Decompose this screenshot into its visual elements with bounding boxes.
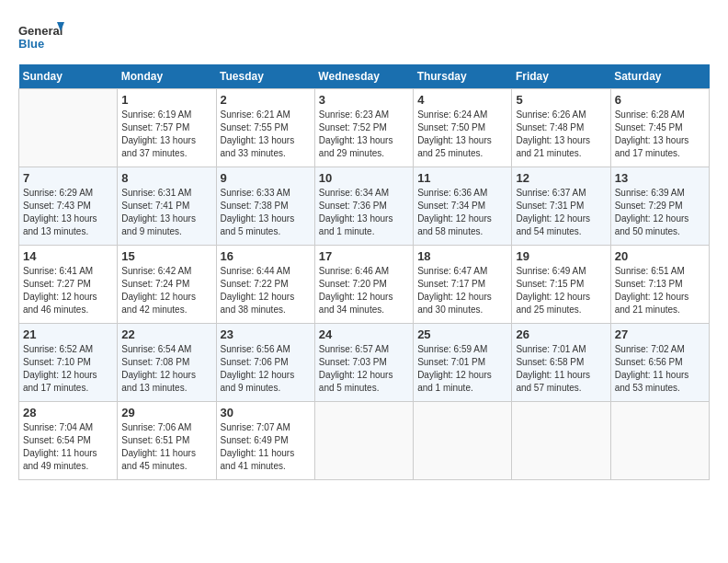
day-number: 26 [516, 327, 606, 341]
logo-svg: General Blue [18, 18, 64, 55]
calendar-cell: 4Sunrise: 6:24 AM Sunset: 7:50 PM Daylig… [414, 89, 512, 167]
calendar-table: SundayMondayTuesdayWednesdayThursdayFrid… [18, 64, 710, 480]
weekday-header-thursday: Thursday [414, 64, 512, 89]
calendar-cell: 14Sunrise: 6:41 AM Sunset: 7:27 PM Dayli… [19, 246, 118, 324]
day-info: Sunrise: 6:47 AM Sunset: 7:17 PM Dayligh… [417, 265, 507, 316]
calendar-cell [610, 402, 709, 480]
day-number: 1 [121, 93, 211, 107]
day-info: Sunrise: 6:24 AM Sunset: 7:50 PM Dayligh… [417, 109, 507, 160]
calendar-cell [414, 402, 512, 480]
day-info: Sunrise: 6:51 AM Sunset: 7:13 PM Dayligh… [615, 265, 705, 316]
weekday-header-sunday: Sunday [19, 64, 118, 89]
day-number: 5 [516, 93, 606, 107]
calendar-cell: 16Sunrise: 6:44 AM Sunset: 7:22 PM Dayli… [216, 246, 314, 324]
calendar-cell: 20Sunrise: 6:51 AM Sunset: 7:13 PM Dayli… [610, 246, 709, 324]
weekday-header-friday: Friday [512, 64, 610, 89]
day-number: 28 [23, 406, 113, 419]
day-info: Sunrise: 6:19 AM Sunset: 7:57 PM Dayligh… [121, 109, 211, 160]
calendar-cell [512, 402, 610, 480]
header: General Blue [18, 18, 710, 55]
calendar-cell: 29Sunrise: 7:06 AM Sunset: 6:51 PM Dayli… [118, 402, 216, 480]
day-number: 27 [615, 327, 705, 341]
calendar-cell: 11Sunrise: 6:36 AM Sunset: 7:34 PM Dayli… [414, 167, 512, 246]
weekday-header-saturday: Saturday [610, 64, 709, 89]
day-number: 19 [516, 249, 606, 263]
calendar-cell: 27Sunrise: 7:02 AM Sunset: 6:56 PM Dayli… [610, 324, 709, 402]
day-info: Sunrise: 6:57 AM Sunset: 7:03 PM Dayligh… [319, 343, 409, 395]
week-row-1: 1Sunrise: 6:19 AM Sunset: 7:57 PM Daylig… [19, 89, 710, 167]
calendar-cell: 24Sunrise: 6:57 AM Sunset: 7:03 PM Dayli… [314, 324, 413, 402]
day-number: 9 [221, 171, 311, 185]
day-info: Sunrise: 7:07 AM Sunset: 6:49 PM Dayligh… [221, 421, 311, 473]
calendar-cell: 30Sunrise: 7:07 AM Sunset: 6:49 PM Dayli… [216, 402, 314, 480]
day-info: Sunrise: 6:59 AM Sunset: 7:01 PM Dayligh… [417, 343, 507, 395]
calendar-cell: 26Sunrise: 7:01 AM Sunset: 6:58 PM Dayli… [512, 324, 610, 402]
day-info: Sunrise: 6:39 AM Sunset: 7:29 PM Dayligh… [615, 187, 705, 238]
week-row-5: 28Sunrise: 7:04 AM Sunset: 6:54 PM Dayli… [19, 402, 710, 480]
day-number: 15 [121, 249, 211, 263]
calendar-cell: 17Sunrise: 6:46 AM Sunset: 7:20 PM Dayli… [314, 246, 413, 324]
calendar-cell: 12Sunrise: 6:37 AM Sunset: 7:31 PM Dayli… [512, 167, 610, 246]
day-info: Sunrise: 6:46 AM Sunset: 7:20 PM Dayligh… [319, 265, 409, 316]
svg-text:Blue: Blue [18, 37, 44, 51]
calendar-cell: 3Sunrise: 6:23 AM Sunset: 7:52 PM Daylig… [314, 89, 413, 167]
calendar-cell: 13Sunrise: 6:39 AM Sunset: 7:29 PM Dayli… [610, 167, 709, 246]
weekday-header-row: SundayMondayTuesdayWednesdayThursdayFrid… [19, 64, 710, 89]
day-number: 14 [23, 249, 113, 263]
day-number: 8 [121, 171, 211, 185]
day-info: Sunrise: 6:34 AM Sunset: 7:36 PM Dayligh… [319, 187, 409, 238]
day-number: 2 [221, 93, 311, 107]
calendar-cell [314, 402, 413, 480]
weekday-header-tuesday: Tuesday [216, 64, 314, 89]
day-number: 3 [319, 93, 409, 107]
day-info: Sunrise: 6:37 AM Sunset: 7:31 PM Dayligh… [516, 187, 606, 238]
calendar-cell: 1Sunrise: 6:19 AM Sunset: 7:57 PM Daylig… [118, 89, 216, 167]
day-number: 18 [417, 249, 507, 263]
weekday-header-monday: Monday [118, 64, 216, 89]
calendar-cell: 28Sunrise: 7:04 AM Sunset: 6:54 PM Dayli… [19, 402, 118, 480]
calendar-cell: 10Sunrise: 6:34 AM Sunset: 7:36 PM Dayli… [314, 167, 413, 246]
day-number: 6 [615, 93, 705, 107]
week-row-2: 7Sunrise: 6:29 AM Sunset: 7:43 PM Daylig… [19, 167, 710, 246]
calendar-cell: 19Sunrise: 6:49 AM Sunset: 7:15 PM Dayli… [512, 246, 610, 324]
day-number: 23 [221, 327, 311, 341]
day-number: 20 [615, 249, 705, 263]
day-info: Sunrise: 6:21 AM Sunset: 7:55 PM Dayligh… [221, 109, 311, 160]
calendar-cell: 2Sunrise: 6:21 AM Sunset: 7:55 PM Daylig… [216, 89, 314, 167]
day-number: 22 [121, 327, 211, 341]
day-info: Sunrise: 6:31 AM Sunset: 7:41 PM Dayligh… [121, 187, 211, 238]
day-info: Sunrise: 6:23 AM Sunset: 7:52 PM Dayligh… [319, 109, 409, 160]
day-info: Sunrise: 6:49 AM Sunset: 7:15 PM Dayligh… [516, 265, 606, 316]
day-number: 21 [23, 327, 113, 341]
day-info: Sunrise: 7:04 AM Sunset: 6:54 PM Dayligh… [23, 421, 113, 473]
calendar-cell: 15Sunrise: 6:42 AM Sunset: 7:24 PM Dayli… [118, 246, 216, 324]
day-info: Sunrise: 7:01 AM Sunset: 6:58 PM Dayligh… [516, 343, 606, 395]
calendar-cell: 8Sunrise: 6:31 AM Sunset: 7:41 PM Daylig… [118, 167, 216, 246]
calendar-cell: 9Sunrise: 6:33 AM Sunset: 7:38 PM Daylig… [216, 167, 314, 246]
day-info: Sunrise: 6:26 AM Sunset: 7:48 PM Dayligh… [516, 109, 606, 160]
day-info: Sunrise: 6:56 AM Sunset: 7:06 PM Dayligh… [221, 343, 311, 395]
day-info: Sunrise: 6:42 AM Sunset: 7:24 PM Dayligh… [121, 265, 211, 316]
svg-text:General: General [18, 24, 63, 38]
calendar-cell: 18Sunrise: 6:47 AM Sunset: 7:17 PM Dayli… [414, 246, 512, 324]
calendar-cell: 23Sunrise: 6:56 AM Sunset: 7:06 PM Dayli… [216, 324, 314, 402]
day-info: Sunrise: 6:41 AM Sunset: 7:27 PM Dayligh… [23, 265, 113, 316]
day-info: Sunrise: 6:44 AM Sunset: 7:22 PM Dayligh… [221, 265, 311, 316]
day-number: 12 [516, 171, 606, 185]
calendar-cell: 22Sunrise: 6:54 AM Sunset: 7:08 PM Dayli… [118, 324, 216, 402]
logo: General Blue [18, 18, 64, 55]
day-number: 11 [417, 171, 507, 185]
weekday-header-wednesday: Wednesday [314, 64, 413, 89]
week-row-3: 14Sunrise: 6:41 AM Sunset: 7:27 PM Dayli… [19, 246, 710, 324]
calendar-cell: 6Sunrise: 6:28 AM Sunset: 7:45 PM Daylig… [610, 89, 709, 167]
day-info: Sunrise: 6:33 AM Sunset: 7:38 PM Dayligh… [221, 187, 311, 238]
day-info: Sunrise: 6:29 AM Sunset: 7:43 PM Dayligh… [23, 187, 113, 238]
calendar-cell: 25Sunrise: 6:59 AM Sunset: 7:01 PM Dayli… [414, 324, 512, 402]
day-number: 24 [319, 327, 409, 341]
day-number: 7 [23, 171, 113, 185]
day-number: 13 [615, 171, 705, 185]
calendar-cell: 21Sunrise: 6:52 AM Sunset: 7:10 PM Dayli… [19, 324, 118, 402]
calendar-cell [19, 89, 118, 167]
week-row-4: 21Sunrise: 6:52 AM Sunset: 7:10 PM Dayli… [19, 324, 710, 402]
day-info: Sunrise: 6:28 AM Sunset: 7:45 PM Dayligh… [615, 109, 705, 160]
